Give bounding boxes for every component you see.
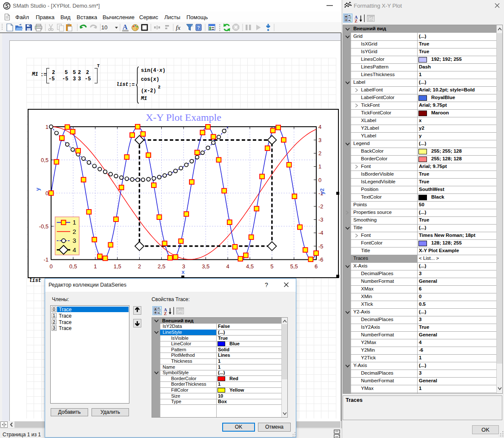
svg-text:-5: -5	[318, 243, 324, 250]
svg-text:X-Y Plot Example: X-Y Plot Example	[146, 112, 221, 123]
svg-text:3,5: 3,5	[202, 263, 209, 270]
svg-text:3: 3	[318, 137, 321, 143]
svg-text:5: 5	[270, 263, 273, 270]
svg-text:2,5: 2,5	[158, 263, 165, 270]
svg-text:4: 4	[73, 246, 76, 253]
svg-text:2: 2	[318, 150, 321, 156]
svg-text:-0,5: -0,5	[39, 223, 49, 230]
svg-text:-2: -2	[318, 203, 324, 210]
svg-text:0,5: 0,5	[41, 157, 49, 163]
svg-text:10: 10	[101, 24, 107, 31]
svg-text:0: 0	[318, 177, 321, 183]
svg-text:1: 1	[94, 263, 97, 270]
svg-text:3: 3	[73, 237, 76, 244]
svg-text:2: 2	[73, 228, 76, 235]
svg-text:y2: y2	[319, 188, 325, 194]
svg-text:fx: fx	[176, 24, 180, 31]
svg-text:0,5: 0,5	[69, 263, 77, 270]
svg-text:4: 4	[226, 263, 229, 270]
svg-text:Z: Z	[355, 19, 358, 23]
svg-text:1: 1	[46, 124, 49, 130]
svg-text:1,5: 1,5	[114, 263, 121, 270]
svg-text:-6: -6	[318, 256, 324, 263]
svg-text:5,5: 5,5	[290, 263, 298, 270]
svg-text:-3: -3	[318, 216, 324, 223]
svg-text:-1: -1	[43, 256, 49, 263]
svg-text:1: 1	[73, 219, 76, 226]
svg-text:-4: -4	[318, 230, 324, 236]
svg-text:6: 6	[315, 263, 318, 270]
svg-text:?: ?	[197, 26, 200, 30]
svg-text:A: A	[123, 23, 128, 31]
svg-text:0: 0	[49, 263, 52, 270]
svg-text:0: 0	[46, 190, 49, 196]
svg-text:Z: Z	[164, 311, 167, 316]
svg-text:2: 2	[138, 263, 141, 270]
svg-text:1: 1	[318, 163, 321, 170]
svg-text:4: 4	[318, 124, 321, 130]
svg-text:x: x	[181, 269, 185, 275]
svg-text:4,5: 4,5	[246, 263, 254, 270]
svg-text:y: y	[34, 188, 41, 191]
